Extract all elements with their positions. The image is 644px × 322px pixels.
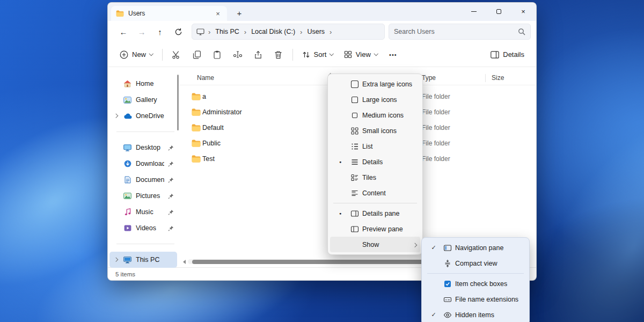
expand-chevron-icon[interactable] [113,114,119,118]
details-pane-icon [491,51,499,58]
maximize-button[interactable] [486,3,511,20]
breadcrumb-this-pc[interactable]: This PC [214,27,240,36]
pictures-icon [123,193,132,199]
gallery-icon [123,97,132,104]
sort-icon [302,51,310,58]
menu-item-large-icons[interactable]: Large icons [330,92,420,107]
folder-icon [192,124,201,131]
sidebar-item-home[interactable]: Home [109,76,177,92]
more-options-button[interactable]: ••• [383,46,403,63]
menu-divider [333,203,417,203]
sidebar-item-gallery[interactable]: Gallery [109,92,177,108]
sidebar-divider [116,131,174,132]
column-header-type[interactable]: Type [422,74,436,82]
view-button[interactable]: View [339,46,383,63]
submenu-item-item-check-boxes[interactable]: Item check boxes [424,276,527,291]
search-input[interactable] [394,28,518,35]
file-name-extensions-icon [440,295,455,304]
details-view-icon [347,158,362,166]
new-button[interactable]: New [114,46,158,63]
submenu-item-navigation-pane[interactable]: ✓ Navigation pane [424,240,527,255]
chevron-down-icon [149,52,153,56]
folder-icon [192,108,201,116]
share-button[interactable] [248,46,268,63]
column-header-size[interactable]: Size [492,74,504,82]
downloads-icon [123,160,132,167]
sidebar-item-pictures[interactable]: Pictures [109,188,177,204]
submenu-item-hidden-items[interactable]: ✓ Hidden items [424,307,527,322]
command-bar: New Sort View [108,42,536,67]
submenu-item-file-name-extensions[interactable]: File name extensions [424,291,527,307]
cut-button[interactable] [166,46,187,63]
scroll-left-arrow-icon[interactable] [183,260,186,264]
menu-item-list[interactable]: List [330,138,420,154]
sidebar-item-this-pc[interactable]: This PC [109,252,177,268]
sidebar-item-documents[interactable]: Documents [109,172,177,188]
this-pc-icon [123,257,132,264]
view-grid-icon [344,50,352,58]
menu-item-medium-icons[interactable]: Medium icons [330,107,420,123]
minimize-icon [471,11,477,12]
cut-icon [172,50,181,59]
menu-item-details[interactable]: ● Details [330,154,420,170]
sort-button[interactable]: Sort [297,46,339,63]
details-pane-icon [347,209,362,218]
refresh-button[interactable] [169,24,187,40]
explorer-tab-users[interactable]: Users × [111,6,227,21]
close-button[interactable]: × [511,3,536,20]
ellipsis-icon: ••• [389,52,397,58]
medium-icons-icon [347,111,362,120]
paste-icon [213,50,221,59]
view-dropdown-menu: Extra large icons Large icons Medium ico… [327,74,423,255]
this-pc-icon [196,28,204,35]
sidebar-divider [116,244,174,244]
column-header-name[interactable]: Name [197,74,214,82]
sidebar-item-onedrive[interactable]: OneDrive [109,108,177,124]
breadcrumb-chevron-icon[interactable]: › [330,28,332,36]
breadcrumb-chevron-icon[interactable]: › [208,28,210,36]
details-pane-toggle-button[interactable]: Details [485,46,530,63]
copy-button[interactable] [187,46,207,63]
checkmark-icon: ✓ [427,244,440,251]
menu-item-content[interactable]: Content [330,185,420,201]
menu-divider [427,273,524,274]
expand-chevron-icon[interactable] [113,258,119,261]
new-tab-button[interactable]: + [232,6,246,19]
menu-item-preview-pane[interactable]: Preview pane [330,221,420,237]
menu-item-show[interactable]: Show [330,237,420,252]
menu-item-tiles[interactable]: Tiles [330,170,420,185]
navigation-pane: Home Gallery OneDrive [108,67,179,267]
paste-button[interactable] [207,46,228,63]
tab-close-button[interactable]: × [214,10,222,18]
delete-button[interactable] [268,46,289,63]
desktop-icon [123,144,132,151]
breadcrumb-chevron-icon[interactable]: › [244,28,246,36]
trash-icon [274,50,282,59]
breadcrumb-bar[interactable]: › This PC › Local Disk (C:) › Users › [192,24,385,40]
menu-item-extra-large-icons[interactable]: Extra large icons [330,76,420,92]
breadcrumb-local-disk[interactable]: Local Disk (C:) [250,27,296,36]
sidebar-item-desktop[interactable]: Desktop [109,140,177,156]
breadcrumb-chevron-icon[interactable]: › [300,28,302,36]
breadcrumb-users[interactable]: Users [306,27,326,36]
preview-pane-icon [347,225,362,233]
menu-item-details-pane[interactable]: ● Details pane [330,206,420,221]
sidebar-item-videos[interactable]: Videos [109,220,177,236]
menu-item-small-icons[interactable]: Small icons [330,123,420,138]
forward-button[interactable]: → [133,24,151,40]
refresh-icon [174,28,182,36]
sidebar-item-downloads[interactable]: Downloads [109,156,177,172]
pin-icon [168,161,174,167]
compact-view-icon [440,259,455,268]
music-icon [123,208,132,216]
pin-icon [168,177,174,183]
folder-icon [116,10,124,17]
minimize-button[interactable] [462,3,486,20]
rename-button[interactable] [228,46,248,63]
up-button[interactable]: ↑ [151,24,169,40]
pin-icon [168,209,174,215]
onedrive-cloud-icon [123,113,132,119]
sidebar-item-music[interactable]: Music [109,204,177,220]
back-button[interactable]: ← [114,24,133,40]
submenu-item-compact-view[interactable]: Compact view [424,255,527,271]
